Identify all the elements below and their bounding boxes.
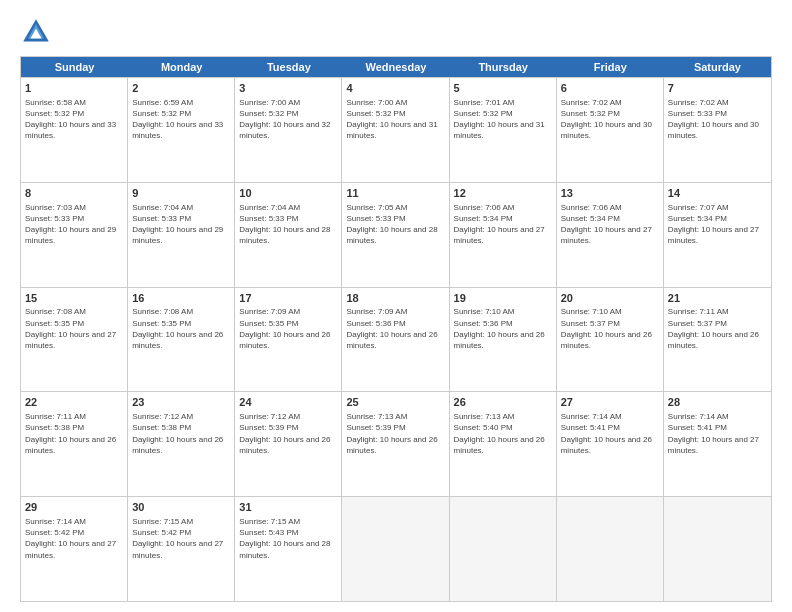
day-number: 16 — [132, 291, 230, 306]
day-number: 6 — [561, 81, 659, 96]
day-cell-25: 25 Sunrise: 7:13 AMSunset: 5:39 PMDaylig… — [342, 392, 449, 496]
day-info: Sunrise: 7:03 AMSunset: 5:33 PMDaylight:… — [25, 202, 123, 247]
header-day-friday: Friday — [557, 57, 664, 77]
day-cell-29: 29 Sunrise: 7:14 AMSunset: 5:42 PMDaylig… — [21, 497, 128, 601]
day-number: 13 — [561, 186, 659, 201]
day-cell-18: 18 Sunrise: 7:09 AMSunset: 5:36 PMDaylig… — [342, 288, 449, 392]
day-cell-23: 23 Sunrise: 7:12 AMSunset: 5:38 PMDaylig… — [128, 392, 235, 496]
day-info: Sunrise: 7:07 AMSunset: 5:34 PMDaylight:… — [668, 202, 767, 247]
day-number: 17 — [239, 291, 337, 306]
day-cell-12: 12 Sunrise: 7:06 AMSunset: 5:34 PMDaylig… — [450, 183, 557, 287]
day-info: Sunrise: 7:14 AMSunset: 5:41 PMDaylight:… — [561, 411, 659, 456]
day-cell-22: 22 Sunrise: 7:11 AMSunset: 5:38 PMDaylig… — [21, 392, 128, 496]
day-number: 24 — [239, 395, 337, 410]
header-day-thursday: Thursday — [450, 57, 557, 77]
calendar-row-3: 22 Sunrise: 7:11 AMSunset: 5:38 PMDaylig… — [21, 391, 771, 496]
day-info: Sunrise: 7:04 AMSunset: 5:33 PMDaylight:… — [239, 202, 337, 247]
day-number: 27 — [561, 395, 659, 410]
day-cell-10: 10 Sunrise: 7:04 AMSunset: 5:33 PMDaylig… — [235, 183, 342, 287]
day-cell-26: 26 Sunrise: 7:13 AMSunset: 5:40 PMDaylig… — [450, 392, 557, 496]
day-info: Sunrise: 7:15 AMSunset: 5:43 PMDaylight:… — [239, 516, 337, 561]
day-number: 14 — [668, 186, 767, 201]
day-cell-31: 31 Sunrise: 7:15 AMSunset: 5:43 PMDaylig… — [235, 497, 342, 601]
day-cell-21: 21 Sunrise: 7:11 AMSunset: 5:37 PMDaylig… — [664, 288, 771, 392]
day-number: 8 — [25, 186, 123, 201]
day-info: Sunrise: 7:11 AMSunset: 5:38 PMDaylight:… — [25, 411, 123, 456]
day-number: 11 — [346, 186, 444, 201]
day-number: 4 — [346, 81, 444, 96]
day-cell-7: 7 Sunrise: 7:02 AMSunset: 5:33 PMDayligh… — [664, 78, 771, 182]
day-info: Sunrise: 7:08 AMSunset: 5:35 PMDaylight:… — [25, 306, 123, 351]
day-info: Sunrise: 7:06 AMSunset: 5:34 PMDaylight:… — [454, 202, 552, 247]
day-number: 21 — [668, 291, 767, 306]
day-info: Sunrise: 7:02 AMSunset: 5:33 PMDaylight:… — [668, 97, 767, 142]
day-cell-4: 4 Sunrise: 7:00 AMSunset: 5:32 PMDayligh… — [342, 78, 449, 182]
day-number: 9 — [132, 186, 230, 201]
day-number: 12 — [454, 186, 552, 201]
day-info: Sunrise: 7:09 AMSunset: 5:36 PMDaylight:… — [346, 306, 444, 351]
day-number: 5 — [454, 81, 552, 96]
empty-cell — [557, 497, 664, 601]
day-number: 22 — [25, 395, 123, 410]
header-day-saturday: Saturday — [664, 57, 771, 77]
day-number: 20 — [561, 291, 659, 306]
day-number: 28 — [668, 395, 767, 410]
day-cell-6: 6 Sunrise: 7:02 AMSunset: 5:32 PMDayligh… — [557, 78, 664, 182]
header-day-tuesday: Tuesday — [235, 57, 342, 77]
calendar-body: 1 Sunrise: 6:58 AMSunset: 5:32 PMDayligh… — [21, 77, 771, 601]
day-info: Sunrise: 7:13 AMSunset: 5:40 PMDaylight:… — [454, 411, 552, 456]
day-cell-28: 28 Sunrise: 7:14 AMSunset: 5:41 PMDaylig… — [664, 392, 771, 496]
calendar-row-0: 1 Sunrise: 6:58 AMSunset: 5:32 PMDayligh… — [21, 77, 771, 182]
day-info: Sunrise: 7:00 AMSunset: 5:32 PMDaylight:… — [239, 97, 337, 142]
day-cell-19: 19 Sunrise: 7:10 AMSunset: 5:36 PMDaylig… — [450, 288, 557, 392]
day-cell-2: 2 Sunrise: 6:59 AMSunset: 5:32 PMDayligh… — [128, 78, 235, 182]
day-cell-17: 17 Sunrise: 7:09 AMSunset: 5:35 PMDaylig… — [235, 288, 342, 392]
day-cell-9: 9 Sunrise: 7:04 AMSunset: 5:33 PMDayligh… — [128, 183, 235, 287]
day-info: Sunrise: 7:12 AMSunset: 5:38 PMDaylight:… — [132, 411, 230, 456]
day-cell-1: 1 Sunrise: 6:58 AMSunset: 5:32 PMDayligh… — [21, 78, 128, 182]
day-cell-11: 11 Sunrise: 7:05 AMSunset: 5:33 PMDaylig… — [342, 183, 449, 287]
calendar-header: SundayMondayTuesdayWednesdayThursdayFrid… — [21, 57, 771, 77]
day-info: Sunrise: 7:10 AMSunset: 5:36 PMDaylight:… — [454, 306, 552, 351]
day-cell-15: 15 Sunrise: 7:08 AMSunset: 5:35 PMDaylig… — [21, 288, 128, 392]
day-number: 23 — [132, 395, 230, 410]
day-cell-30: 30 Sunrise: 7:15 AMSunset: 5:42 PMDaylig… — [128, 497, 235, 601]
day-cell-16: 16 Sunrise: 7:08 AMSunset: 5:35 PMDaylig… — [128, 288, 235, 392]
day-info: Sunrise: 7:05 AMSunset: 5:33 PMDaylight:… — [346, 202, 444, 247]
day-number: 31 — [239, 500, 337, 515]
logo-icon — [20, 16, 52, 48]
day-info: Sunrise: 6:59 AMSunset: 5:32 PMDaylight:… — [132, 97, 230, 142]
day-number: 30 — [132, 500, 230, 515]
day-info: Sunrise: 7:12 AMSunset: 5:39 PMDaylight:… — [239, 411, 337, 456]
page: SundayMondayTuesdayWednesdayThursdayFrid… — [0, 0, 792, 612]
calendar-row-4: 29 Sunrise: 7:14 AMSunset: 5:42 PMDaylig… — [21, 496, 771, 601]
day-number: 15 — [25, 291, 123, 306]
day-cell-20: 20 Sunrise: 7:10 AMSunset: 5:37 PMDaylig… — [557, 288, 664, 392]
header-day-wednesday: Wednesday — [342, 57, 449, 77]
day-info: Sunrise: 7:11 AMSunset: 5:37 PMDaylight:… — [668, 306, 767, 351]
day-number: 19 — [454, 291, 552, 306]
day-info: Sunrise: 7:00 AMSunset: 5:32 PMDaylight:… — [346, 97, 444, 142]
day-cell-27: 27 Sunrise: 7:14 AMSunset: 5:41 PMDaylig… — [557, 392, 664, 496]
day-cell-13: 13 Sunrise: 7:06 AMSunset: 5:34 PMDaylig… — [557, 183, 664, 287]
day-info: Sunrise: 6:58 AMSunset: 5:32 PMDaylight:… — [25, 97, 123, 142]
calendar-row-1: 8 Sunrise: 7:03 AMSunset: 5:33 PMDayligh… — [21, 182, 771, 287]
day-info: Sunrise: 7:06 AMSunset: 5:34 PMDaylight:… — [561, 202, 659, 247]
day-info: Sunrise: 7:14 AMSunset: 5:41 PMDaylight:… — [668, 411, 767, 456]
day-number: 2 — [132, 81, 230, 96]
day-cell-3: 3 Sunrise: 7:00 AMSunset: 5:32 PMDayligh… — [235, 78, 342, 182]
day-number: 1 — [25, 81, 123, 96]
header-day-monday: Monday — [128, 57, 235, 77]
day-info: Sunrise: 7:15 AMSunset: 5:42 PMDaylight:… — [132, 516, 230, 561]
day-info: Sunrise: 7:01 AMSunset: 5:32 PMDaylight:… — [454, 97, 552, 142]
day-info: Sunrise: 7:09 AMSunset: 5:35 PMDaylight:… — [239, 306, 337, 351]
day-number: 29 — [25, 500, 123, 515]
day-info: Sunrise: 7:10 AMSunset: 5:37 PMDaylight:… — [561, 306, 659, 351]
day-info: Sunrise: 7:13 AMSunset: 5:39 PMDaylight:… — [346, 411, 444, 456]
day-number: 26 — [454, 395, 552, 410]
day-number: 7 — [668, 81, 767, 96]
day-number: 25 — [346, 395, 444, 410]
day-info: Sunrise: 7:04 AMSunset: 5:33 PMDaylight:… — [132, 202, 230, 247]
header-day-sunday: Sunday — [21, 57, 128, 77]
day-cell-24: 24 Sunrise: 7:12 AMSunset: 5:39 PMDaylig… — [235, 392, 342, 496]
